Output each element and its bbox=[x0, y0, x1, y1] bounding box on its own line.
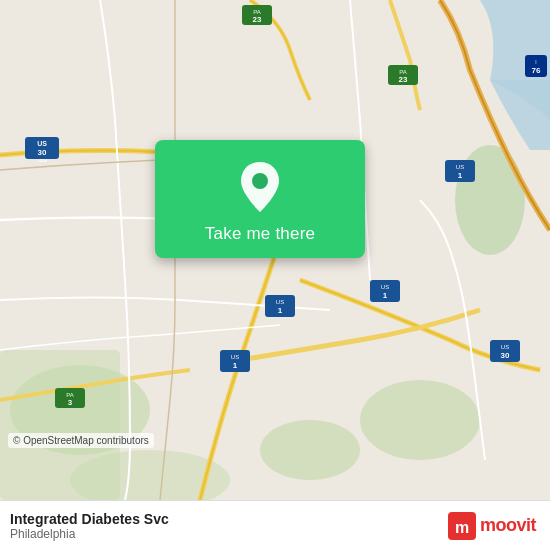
svg-text:30: 30 bbox=[501, 351, 510, 360]
svg-text:1: 1 bbox=[278, 306, 283, 315]
svg-text:1: 1 bbox=[383, 291, 388, 300]
svg-point-2 bbox=[360, 380, 480, 460]
location-name: Integrated Diabetes Svc bbox=[10, 511, 169, 527]
svg-text:23: 23 bbox=[399, 75, 408, 84]
svg-text:76: 76 bbox=[532, 66, 541, 75]
svg-text:30: 30 bbox=[38, 148, 47, 157]
action-label: Take me there bbox=[205, 224, 315, 244]
svg-text:US: US bbox=[231, 354, 239, 360]
svg-text:US: US bbox=[37, 140, 47, 147]
svg-text:3: 3 bbox=[68, 398, 73, 407]
svg-text:US: US bbox=[276, 299, 284, 305]
moovit-logo: m moovit bbox=[448, 512, 536, 540]
svg-text:US: US bbox=[381, 284, 389, 290]
map-pin-icon bbox=[238, 160, 282, 214]
svg-text:US: US bbox=[456, 164, 464, 170]
location-info: Integrated Diabetes Svc Philadelphia bbox=[10, 511, 169, 541]
moovit-text: moovit bbox=[480, 515, 536, 536]
moovit-logo-icon: m bbox=[448, 512, 476, 540]
bottom-bar: Integrated Diabetes Svc Philadelphia m m… bbox=[0, 500, 550, 550]
action-card[interactable]: Take me there bbox=[155, 140, 365, 258]
location-city: Philadelphia bbox=[10, 527, 169, 541]
svg-point-40 bbox=[252, 173, 268, 189]
svg-text:I: I bbox=[535, 59, 536, 65]
copyright-text: © OpenStreetMap contributors bbox=[13, 435, 149, 446]
svg-text:US: US bbox=[501, 344, 509, 350]
map-container: US 30 US 30 PA 23 PA 23 I 76 US 1 US 1 U… bbox=[0, 0, 550, 500]
svg-text:1: 1 bbox=[233, 361, 238, 370]
svg-text:23: 23 bbox=[253, 15, 262, 24]
svg-point-3 bbox=[260, 420, 360, 480]
svg-text:1: 1 bbox=[458, 171, 463, 180]
svg-text:m: m bbox=[455, 519, 469, 536]
copyright-badge: © OpenStreetMap contributors bbox=[8, 433, 154, 448]
